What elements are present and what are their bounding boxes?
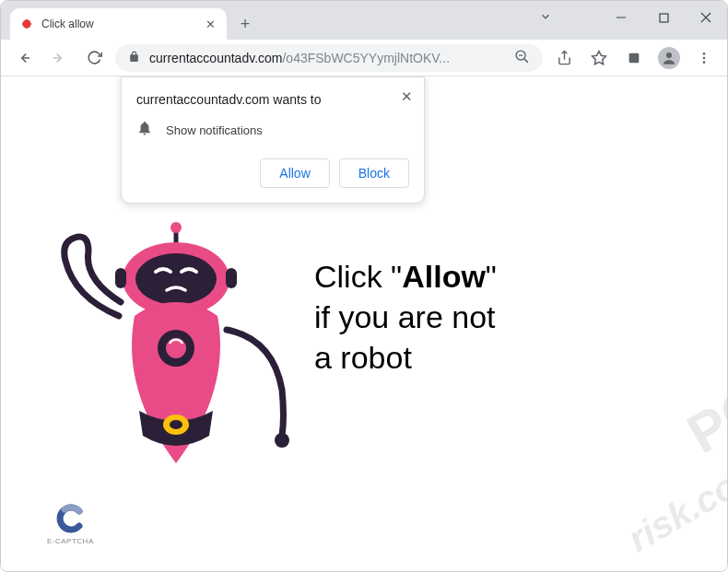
svg-point-12	[666, 53, 672, 58]
tab-search-icon[interactable]	[539, 10, 552, 26]
maximize-button[interactable]	[642, 1, 685, 34]
lock-icon	[128, 51, 140, 65]
svg-rect-1	[660, 14, 668, 22]
zoom-icon[interactable]	[514, 49, 530, 67]
url-text: currentaccountadv.com/o43FSbWC5YYymjlNtO…	[149, 51, 505, 65]
captcha-label: E-CAPTCHA	[47, 537, 94, 545]
browser-toolbar: currentaccountadv.com/o43FSbWC5YYymjlNtO…	[1, 40, 727, 76]
svg-point-24	[166, 338, 186, 358]
bookmark-icon[interactable]	[585, 44, 613, 72]
notification-permission-prompt: ✕ currentaccountadv.com wants to Show no…	[121, 76, 425, 204]
prompt-capability: Show notifications	[166, 123, 263, 137]
svg-point-18	[170, 222, 182, 233]
svg-marker-10	[593, 51, 606, 64]
svg-rect-21	[115, 268, 126, 288]
share-icon[interactable]	[550, 44, 578, 72]
block-button[interactable]: Block	[339, 158, 409, 188]
profile-avatar[interactable]	[655, 44, 683, 72]
instruction-message: Click "Allow" if you are not a robot	[314, 256, 497, 379]
new-tab-button[interactable]: +	[232, 11, 258, 37]
close-window-button[interactable]	[685, 1, 727, 34]
svg-point-26	[170, 420, 182, 429]
browser-titlebar: Click allow ✕ +	[1, 1, 727, 40]
svg-point-16	[275, 433, 289, 448]
back-button[interactable]	[10, 44, 38, 72]
browser-tab[interactable]: Click allow ✕	[10, 8, 227, 40]
svg-line-7	[524, 58, 528, 62]
svg-rect-11	[629, 53, 640, 63]
window-controls	[600, 1, 727, 34]
extensions-icon[interactable]	[620, 44, 648, 72]
svg-point-15	[703, 61, 706, 64]
watermark: PC risk.com	[506, 350, 727, 571]
page-content: ✕ currentaccountadv.com wants to Show no…	[1, 76, 727, 571]
tab-title: Click allow	[41, 18, 195, 30]
bell-icon	[136, 120, 153, 140]
forward-button[interactable]	[45, 44, 73, 72]
captcha-c-icon	[55, 504, 85, 533]
robot-illustration	[47, 205, 305, 491]
svg-point-13	[703, 53, 706, 55]
svg-point-20	[135, 253, 217, 305]
captcha-logo: E-CAPTCHA	[47, 504, 94, 545]
close-prompt-icon[interactable]: ✕	[401, 88, 413, 105]
tab-favicon	[19, 17, 34, 31]
close-tab-icon[interactable]: ✕	[203, 17, 217, 31]
address-bar[interactable]: currentaccountadv.com/o43FSbWC5YYymjlNtO…	[115, 44, 543, 72]
prompt-title: currentaccountadv.com wants to	[136, 92, 409, 107]
minimize-button[interactable]	[600, 1, 642, 34]
reload-button[interactable]	[80, 44, 108, 72]
menu-icon[interactable]	[690, 44, 718, 72]
svg-point-14	[703, 56, 706, 59]
allow-button[interactable]: Allow	[260, 158, 329, 188]
svg-rect-22	[226, 268, 237, 288]
